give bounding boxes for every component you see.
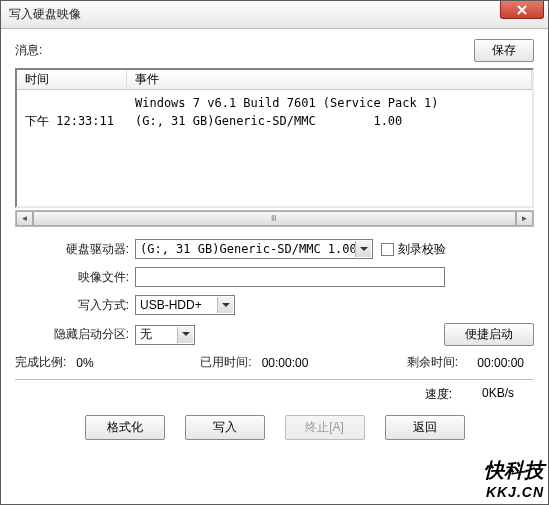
log-panel: 时间 事件 Windows 7 v6.1 Build 7601 (Service… xyxy=(15,68,534,208)
burn-verify-checkbox[interactable]: 刻录校验 xyxy=(381,241,446,258)
status-row: 完成比例: 0% 已用时间: 00:00:00 剩余时间: 00:00:00 xyxy=(15,354,534,371)
col-time-header[interactable]: 时间 xyxy=(17,70,127,89)
abort-button: 终止[A] xyxy=(285,415,365,440)
grip-icon: Ⅲ xyxy=(271,214,278,223)
write-mode-select[interactable]: USB-HDD+ xyxy=(135,295,235,315)
chevron-down-icon xyxy=(177,327,193,343)
checkbox-icon xyxy=(381,243,394,256)
log-header: 时间 事件 xyxy=(17,70,532,90)
speed-row: 速度: 0KB/s xyxy=(15,386,534,403)
write-mode-label: 写入方式: xyxy=(15,297,135,314)
bottom-buttons: 格式化 写入 终止[A] 返回 xyxy=(15,415,534,440)
content-area: 消息: 保存 时间 事件 Windows 7 v6.1 Build 7601 (… xyxy=(1,29,548,448)
divider xyxy=(15,379,534,380)
format-button[interactable]: 格式化 xyxy=(85,415,165,440)
log-event: (G:, 31 GB)Generic-SD/MMC 1.00 xyxy=(127,112,532,130)
close-button[interactable] xyxy=(500,1,544,19)
scroll-thumb[interactable]: Ⅲ xyxy=(33,211,516,226)
hidden-boot-select[interactable]: 无 xyxy=(135,325,195,345)
watermark-url: KKJ.CN xyxy=(484,484,544,500)
done-ratio-label: 完成比例: xyxy=(15,354,66,371)
drive-select[interactable]: (G:, 31 GB)Generic-SD/MMC 1.00 xyxy=(135,239,373,259)
log-row[interactable]: Windows 7 v6.1 Build 7601 (Service Pack … xyxy=(17,94,532,112)
drive-select-value: (G:, 31 GB)Generic-SD/MMC 1.00 xyxy=(140,242,357,256)
write-mode-value: USB-HDD+ xyxy=(140,298,202,312)
remaining-value: 00:00:00 xyxy=(468,356,524,370)
horizontal-scrollbar[interactable]: ◄ Ⅲ ► xyxy=(15,210,534,227)
scroll-track[interactable]: Ⅲ xyxy=(33,211,516,226)
speed-label: 速度: xyxy=(425,386,452,403)
done-ratio-value: 0% xyxy=(76,356,146,370)
save-button[interactable]: 保存 xyxy=(474,39,534,62)
elapsed-value: 00:00:00 xyxy=(262,356,332,370)
titlebar: 写入硬盘映像 xyxy=(1,1,548,29)
image-file-label: 映像文件: xyxy=(15,269,135,286)
log-row[interactable]: 下午 12:33:11 (G:, 31 GB)Generic-SD/MMC 1.… xyxy=(17,112,532,130)
form-area: 硬盘驱动器: (G:, 31 GB)Generic-SD/MMC 1.00 刻录… xyxy=(15,239,534,346)
col-event-header[interactable]: 事件 xyxy=(127,70,532,89)
drive-label: 硬盘驱动器: xyxy=(15,241,135,258)
back-button[interactable]: 返回 xyxy=(385,415,465,440)
watermark: 快科技 KKJ.CN xyxy=(484,457,544,500)
log-body: Windows 7 v6.1 Build 7601 (Service Pack … xyxy=(17,90,532,134)
dialog-window: 写入硬盘映像 消息: 保存 时间 事件 Windows 7 v6.1 Build… xyxy=(0,0,549,505)
message-label: 消息: xyxy=(15,42,42,59)
chevron-down-icon xyxy=(355,241,371,257)
chevron-down-icon xyxy=(217,297,233,313)
hidden-boot-label: 隐藏启动分区: xyxy=(15,326,135,343)
elapsed-label: 已用时间: xyxy=(200,354,251,371)
burn-verify-label: 刻录校验 xyxy=(398,241,446,258)
speed-value: 0KB/s xyxy=(482,386,514,403)
hidden-boot-value: 无 xyxy=(140,326,152,343)
remaining-label: 剩余时间: xyxy=(407,354,458,371)
log-time: 下午 12:33:11 xyxy=(17,112,127,130)
window-title: 写入硬盘映像 xyxy=(9,6,81,23)
image-file-input[interactable] xyxy=(135,267,445,287)
log-event: Windows 7 v6.1 Build 7601 (Service Pack … xyxy=(127,94,532,112)
convenient-boot-button[interactable]: 便捷启动 xyxy=(444,323,534,346)
scroll-left-arrow-icon[interactable]: ◄ xyxy=(16,211,33,226)
close-icon xyxy=(517,5,527,15)
scroll-right-arrow-icon[interactable]: ► xyxy=(516,211,533,226)
write-button[interactable]: 写入 xyxy=(185,415,265,440)
log-time xyxy=(17,94,127,112)
watermark-text: 快科技 xyxy=(484,457,544,484)
